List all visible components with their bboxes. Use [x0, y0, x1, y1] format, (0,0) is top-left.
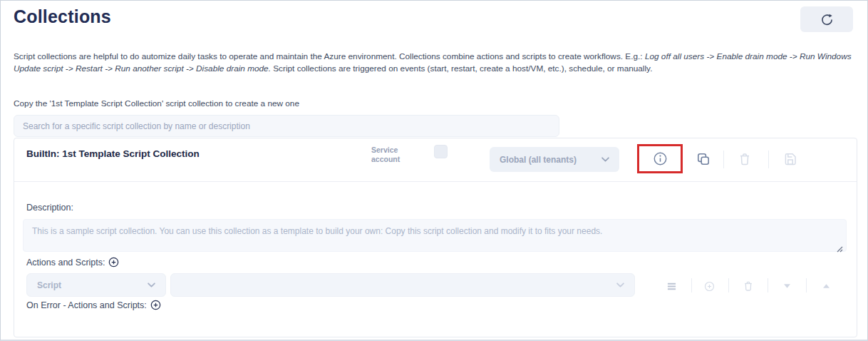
- on-error-label: On Error - Actions and Scripts:: [26, 300, 161, 310]
- chevron-down-icon: [601, 157, 609, 162]
- divider: [806, 278, 807, 292]
- divider: [14, 181, 857, 182]
- collections-page: Collections Script collections are helpf…: [0, 0, 868, 341]
- trash-icon: [738, 152, 752, 166]
- page-title: Collections: [14, 6, 111, 27]
- copy-icon: [696, 152, 711, 166]
- on-error-label-text: On Error - Actions and Scripts:: [26, 300, 147, 310]
- divider: [768, 151, 769, 168]
- service-account-checkbox[interactable]: [434, 145, 448, 158]
- divider: [728, 278, 729, 292]
- collection-card: BuiltIn: 1st Template Script Collection …: [14, 138, 857, 337]
- copy-hint-text: Copy the '1st Template Script Collection…: [14, 98, 299, 108]
- description-textarea[interactable]: This is a sample script collection. You …: [23, 219, 847, 252]
- add-circle-icon: [704, 281, 715, 292]
- divider: [768, 278, 768, 292]
- intro-part2: Script collections are triggered on even…: [271, 63, 652, 73]
- info-button[interactable]: [651, 151, 668, 168]
- refresh-icon: [821, 14, 833, 26]
- add-on-error-action-icon[interactable]: [150, 300, 161, 310]
- chevron-down-icon: [616, 283, 624, 287]
- divider: [691, 278, 692, 292]
- save-button[interactable]: [782, 151, 799, 168]
- chevron-down-icon: [148, 283, 155, 287]
- triangle-up-icon: [823, 284, 830, 288]
- highlight-box: [637, 144, 683, 173]
- script-select[interactable]: [170, 273, 635, 297]
- delete-button[interactable]: [736, 151, 753, 168]
- tenant-scope-select[interactable]: Global (all tenants): [490, 147, 619, 172]
- divider: [723, 151, 724, 168]
- add-action-icon[interactable]: [108, 257, 119, 268]
- move-down-button[interactable]: [781, 280, 792, 292]
- add-row-button[interactable]: [703, 280, 715, 292]
- move-up-button[interactable]: [820, 280, 832, 292]
- delete-row-button[interactable]: [743, 280, 754, 292]
- collection-title: BuiltIn: 1st Template Script Collection: [26, 148, 200, 159]
- description-label: Description:: [26, 203, 73, 213]
- actions-label-text: Actions and Scripts:: [26, 258, 105, 268]
- trash-icon: [743, 280, 754, 292]
- action-type-select[interactable]: Script: [26, 273, 166, 297]
- intro-text: Script collections are helpful to do aut…: [14, 51, 854, 74]
- search-input[interactable]: [14, 115, 559, 137]
- refresh-button[interactable]: [800, 6, 853, 32]
- triangle-down-icon: [784, 284, 790, 288]
- info-icon: [653, 151, 668, 166]
- actions-label: Actions and Scripts:: [26, 257, 119, 268]
- copy-button[interactable]: [695, 151, 712, 168]
- resize-handle-icon[interactable]: [835, 243, 843, 255]
- service-account-label: Service account: [371, 146, 418, 164]
- reorder-menu-button[interactable]: [666, 280, 677, 292]
- save-icon: [783, 152, 797, 166]
- intro-part1: Script collections are helpful to do aut…: [14, 51, 645, 61]
- menu-icon: [667, 283, 676, 290]
- action-type-value: Script: [37, 280, 61, 290]
- tenant-scope-value: Global (all tenants): [500, 155, 577, 165]
